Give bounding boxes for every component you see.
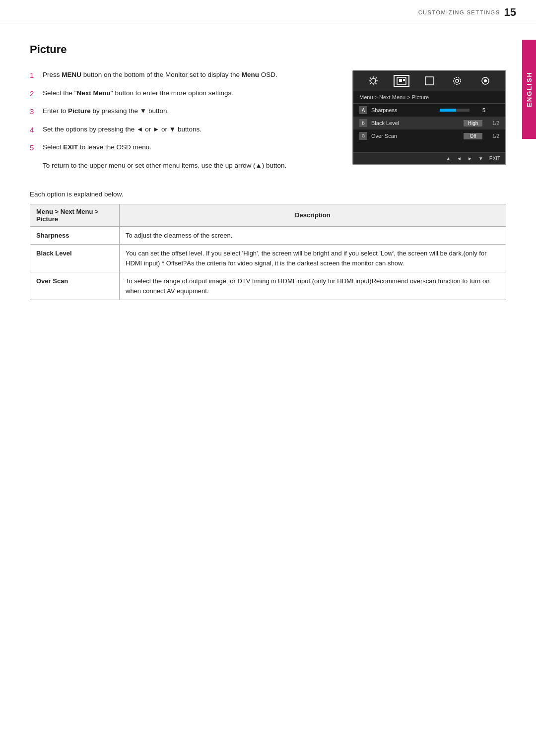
svg-rect-10	[399, 79, 402, 82]
osd-sharpness-icon: A	[359, 106, 367, 114]
osd-footer: ▲ ◄ ► ▼ EXIT	[353, 152, 505, 164]
menu-cell: Black Level	[30, 245, 120, 272]
desc-cell: You can set the offset level. If you sel…	[120, 245, 506, 272]
main-content: Picture 1 Press MENU button on the botto…	[0, 23, 536, 320]
osd-footer-down: ▼	[478, 156, 483, 161]
table-row: Black LevelYou can set the offset level.…	[30, 245, 506, 272]
instructions-column: 1 Press MENU button on the bottom of the…	[30, 70, 333, 171]
step-text-3: Enter to Picture by pressing the ▼ butto…	[43, 106, 169, 118]
osd-icon-brightness	[365, 75, 381, 87]
osd-footer-exit: EXIT	[489, 156, 500, 161]
osd-item-overscan: C Over Scan Off 1/2	[353, 129, 505, 142]
osd-overscan-tag: Off	[464, 133, 482, 139]
svg-point-0	[371, 78, 376, 83]
step-number-2: 2	[30, 88, 38, 100]
step-number-4: 4	[30, 125, 38, 136]
svg-rect-12	[425, 77, 433, 85]
svg-rect-11	[403, 79, 405, 81]
menu-cell: Over Scan	[30, 272, 120, 300]
osd-overscan-label: Over Scan	[371, 133, 460, 139]
two-column-layout: 1 Press MENU button on the bottom of the…	[30, 70, 506, 171]
table-row: Over ScanTo select the range of output i…	[30, 272, 506, 300]
table-intro: Each option is explained below.	[30, 190, 506, 198]
menu-cell: Sharpness	[30, 226, 120, 245]
step-number-3: 3	[30, 106, 38, 118]
table-row: SharpnessTo adjust the clearness of the …	[30, 226, 506, 245]
svg-point-16	[484, 79, 487, 82]
svg-line-6	[376, 83, 377, 84]
page-header: CUSTOMIZING SETTINGS 15	[0, 0, 536, 23]
osd-breadcrumb: Menu > Next Menu > Picture	[353, 91, 505, 104]
osd-icon-extra	[477, 75, 493, 87]
language-label: ENGLISH	[526, 71, 533, 107]
step-text-4: Set the options by pressing the ◄ or ► o…	[43, 125, 201, 136]
step-number-1: 1	[30, 70, 38, 81]
step-text-1: Press MENU button on the bottom of the M…	[43, 70, 277, 81]
step-text-2: Select the "Next Menu" button to enter t…	[43, 88, 233, 100]
osd-item-blacklevel: B Black Level High 1/2	[353, 117, 505, 129]
step-number-5: 5	[30, 142, 38, 154]
step-text-5: Select EXIT to leave the OSD menu.	[43, 142, 151, 154]
svg-line-7	[376, 77, 377, 78]
page-number: 15	[504, 6, 516, 19]
desc-cell: To select the range of output image for …	[120, 272, 506, 300]
instruction-4: 4 Set the options by pressing the ◄ or ►…	[30, 125, 333, 136]
osd-blacklevel-frac: 1/2	[489, 121, 499, 126]
language-sidebar: ENGLISH	[522, 40, 536, 139]
osd-sharpness-label: Sharpness	[371, 107, 436, 113]
section-title: CUSTOMIZING SETTINGS	[418, 9, 500, 15]
page-title: Picture	[30, 43, 506, 56]
svg-point-14	[454, 77, 461, 84]
col2-header: Description	[120, 204, 506, 226]
col1-header: Menu > Next Menu > Picture	[30, 204, 120, 226]
table-section: Each option is explained below. Menu > N…	[30, 190, 506, 301]
instruction-2: 2 Select the "Next Menu" button to enter…	[30, 88, 333, 100]
osd-footer-right: ►	[468, 156, 472, 161]
osd-sharpness-value: 5	[475, 107, 485, 113]
osd-screenshot: Menu > Next Menu > Picture A Sharpness 5…	[352, 70, 506, 165]
svg-point-13	[456, 79, 459, 82]
osd-item-sharpness: A Sharpness 5	[353, 104, 505, 117]
instruction-5: 5 Select EXIT to leave the OSD menu.	[30, 142, 333, 154]
osd-footer-up: ▲	[446, 156, 451, 161]
osd-footer-left: ◄	[457, 156, 462, 161]
osd-icons-row	[353, 71, 505, 91]
svg-line-8	[370, 83, 371, 84]
osd-blacklevel-tag: High	[464, 120, 482, 126]
osd-sharpness-bar	[440, 109, 469, 112]
osd-icon-color	[421, 75, 437, 87]
description-table: Menu > Next Menu > Picture Description S…	[30, 204, 506, 301]
osd-sharpness-fill	[440, 109, 456, 112]
osd-icon-picture	[394, 75, 409, 87]
return-note: To return to the upper menu or set other…	[43, 161, 333, 171]
instruction-3: 3 Enter to Picture by pressing the ▼ but…	[30, 106, 333, 118]
osd-overscan-icon: C	[359, 132, 367, 140]
osd-icon-settings	[449, 75, 465, 87]
instruction-1: 1 Press MENU button on the bottom of the…	[30, 70, 333, 81]
osd-blacklevel-label: Black Level	[371, 120, 460, 126]
svg-line-5	[370, 77, 371, 78]
osd-overscan-frac: 1/2	[489, 133, 499, 139]
osd-blacklevel-icon: B	[359, 119, 367, 127]
desc-cell: To adjust the clearness of the screen.	[120, 226, 506, 245]
